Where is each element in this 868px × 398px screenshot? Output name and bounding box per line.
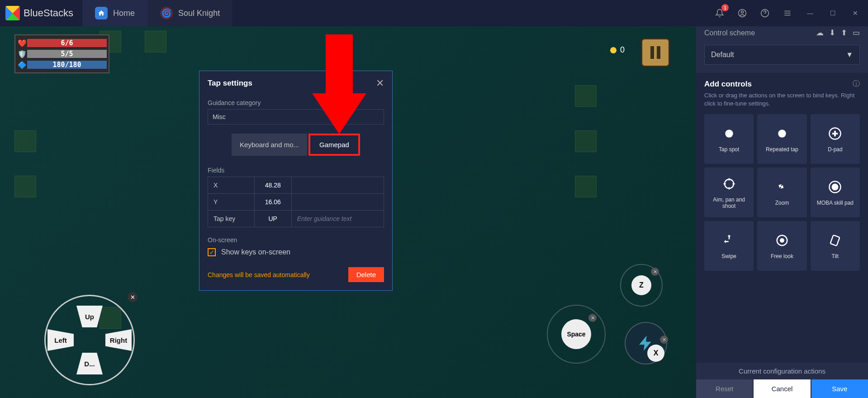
tile-aim-pan-shoot[interactable]: Aim, pan and shoot bbox=[704, 168, 754, 217]
tile-label: D-pad bbox=[828, 146, 843, 153]
tile-moba-skill[interactable]: MOBA skill pad bbox=[811, 168, 860, 217]
shield-icon: 🛡️ bbox=[17, 49, 27, 59]
tile-dpad[interactable]: D-pad bbox=[811, 114, 860, 164]
dialog-title: Tap settings bbox=[208, 79, 252, 88]
export-icon[interactable]: ⬆ bbox=[841, 28, 847, 38]
bell-icon[interactable] bbox=[712, 6, 727, 20]
scheme-value: Default bbox=[711, 51, 734, 59]
hp-value: 6/6 bbox=[27, 39, 107, 47]
tile-label: Tap spot bbox=[719, 146, 739, 153]
table-row: Y 16.06 bbox=[208, 194, 384, 211]
action-close-icon[interactable]: ✕ bbox=[651, 268, 659, 276]
x-label: X bbox=[208, 177, 255, 194]
tile-free-look[interactable]: Free look bbox=[757, 221, 806, 271]
x-value[interactable]: 48.28 bbox=[254, 177, 291, 194]
y-guidance[interactable] bbox=[291, 194, 384, 211]
dpad-control[interactable]: ✕ Up D... Left Right bbox=[44, 295, 135, 385]
tab-home[interactable]: Home bbox=[82, 0, 147, 26]
scheme-actions: ☁ ⬇ ⬆ ▭ bbox=[816, 28, 860, 38]
action-x[interactable]: X ✕ bbox=[625, 322, 667, 364]
show-keys-label: Show keys on-screen bbox=[221, 248, 290, 256]
controls-grid: Tap spot Repeated tap D-pad Aim, pan and… bbox=[704, 114, 860, 271]
tab-gamepad[interactable]: Gamepad bbox=[311, 136, 357, 153]
user-icon[interactable] bbox=[735, 6, 749, 20]
save-button[interactable]: Save bbox=[811, 379, 868, 398]
table-row: X 48.28 bbox=[208, 177, 384, 194]
autosave-text: Changes will be saved automatically bbox=[208, 271, 310, 278]
action-close-icon[interactable]: ✕ bbox=[588, 314, 597, 322]
pause-button[interactable] bbox=[641, 38, 670, 67]
dpad-icon bbox=[827, 125, 843, 142]
action-space[interactable]: Space ✕ bbox=[547, 305, 606, 364]
tile-zoom[interactable]: Zoom bbox=[757, 168, 806, 217]
dpad-close-icon[interactable]: ✕ bbox=[128, 292, 138, 302]
import-icon[interactable]: ⬇ bbox=[829, 28, 835, 38]
action-close-icon[interactable]: ✕ bbox=[660, 336, 668, 344]
tile-swipe[interactable]: Swipe bbox=[704, 221, 754, 271]
menu-icon[interactable] bbox=[780, 6, 795, 20]
svg-point-8 bbox=[725, 130, 733, 138]
tab-home-label: Home bbox=[113, 9, 135, 18]
maximize-button[interactable]: ☐ bbox=[825, 6, 840, 20]
tab-keyboard[interactable]: Keyboard and mo... bbox=[232, 134, 307, 156]
free-look-icon bbox=[774, 232, 790, 249]
minimize-button[interactable]: — bbox=[803, 6, 817, 20]
svg-point-1 bbox=[741, 11, 744, 13]
tap-settings-dialog: Tap settings ✕ Guidance category Keyboar… bbox=[199, 71, 393, 291]
cancel-button[interactable]: Cancel bbox=[754, 379, 810, 398]
tilt-icon bbox=[827, 232, 843, 249]
help-icon[interactable] bbox=[758, 6, 772, 20]
pause-bar-icon bbox=[650, 46, 654, 59]
svg-rect-20 bbox=[830, 235, 840, 246]
config-actions-label: Current configuration actions bbox=[696, 363, 868, 379]
checkbox-icon[interactable]: ✓ bbox=[208, 248, 216, 256]
action-z-label: Z bbox=[631, 275, 651, 295]
x-guidance[interactable] bbox=[291, 177, 384, 194]
game-tile bbox=[14, 176, 36, 197]
editor-footer: Reset Cancel Save bbox=[696, 379, 868, 398]
fields-label: Fields bbox=[208, 167, 384, 174]
home-icon bbox=[95, 7, 108, 19]
y-value[interactable]: 16.06 bbox=[254, 194, 291, 211]
tapkey-value[interactable]: UP bbox=[254, 211, 291, 227]
coin-icon bbox=[610, 47, 617, 53]
onscreen-label: On-screen bbox=[208, 236, 384, 244]
game-tile bbox=[575, 176, 597, 197]
topbar-actions: — ☐ ✕ bbox=[712, 6, 868, 20]
tile-label: Zoom bbox=[775, 200, 789, 206]
action-x-label: X bbox=[647, 345, 664, 362]
tab-game[interactable]: 🌀 Soul Knight bbox=[147, 0, 232, 26]
pause-bar-icon bbox=[657, 46, 660, 59]
tile-label: MOBA skill pad bbox=[817, 200, 854, 206]
show-keys-row[interactable]: ✓ Show keys on-screen bbox=[208, 248, 384, 256]
scheme-row: Control scheme ☁ ⬇ ⬆ ▭ bbox=[696, 24, 868, 42]
add-header: Add controls ⓘ bbox=[704, 79, 860, 89]
action-z[interactable]: Z ✕ bbox=[620, 264, 663, 307]
tapkey-label: Tap key bbox=[208, 211, 255, 227]
tile-tap-spot[interactable]: Tap spot bbox=[704, 114, 754, 164]
svg-point-11 bbox=[725, 179, 734, 188]
help-icon[interactable]: ⓘ bbox=[853, 79, 860, 89]
tile-tilt[interactable]: Tilt bbox=[811, 221, 860, 271]
game-hud: ❤️ 6/6 🛡️ 5/5 🔷 180/180 bbox=[14, 34, 109, 73]
tile-repeated-tap[interactable]: Repeated tap bbox=[757, 114, 806, 164]
reset-button[interactable]: Reset bbox=[696, 379, 753, 398]
fields-table: X 48.28 Y 16.06 Tap key UP Enter guidanc… bbox=[208, 177, 384, 227]
cloud-icon[interactable]: ☁ bbox=[816, 28, 824, 38]
svg-point-17 bbox=[832, 184, 838, 190]
close-button[interactable]: ✕ bbox=[848, 6, 863, 20]
mana-row: 🔷 180/180 bbox=[17, 60, 107, 70]
tapkey-guidance[interactable]: Enter guidance text bbox=[291, 211, 384, 227]
delete-button[interactable]: Delete bbox=[348, 267, 384, 282]
guidance-input[interactable] bbox=[208, 109, 384, 125]
repeated-tap-icon bbox=[774, 125, 790, 142]
hp-row: ❤️ 6/6 bbox=[17, 38, 107, 48]
zoom-icon bbox=[774, 179, 790, 195]
folder-icon[interactable]: ▭ bbox=[853, 28, 860, 38]
tab-game-label: Soul Knight bbox=[178, 9, 220, 18]
input-mode-tabs: Keyboard and mo... Gamepad bbox=[208, 134, 384, 156]
tile-label: Tilt bbox=[832, 253, 839, 259]
scheme-dropdown[interactable]: Default ▼ bbox=[704, 45, 860, 65]
chevron-down-icon: ▼ bbox=[846, 51, 853, 59]
close-icon[interactable]: ✕ bbox=[376, 77, 384, 89]
